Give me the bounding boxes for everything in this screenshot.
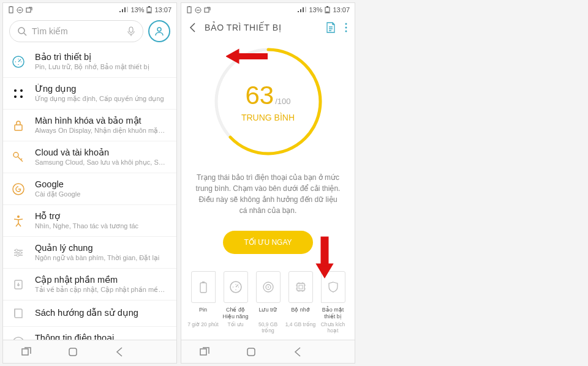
back-button[interactable] xyxy=(292,345,305,359)
score-label: TRUNG BÌNH xyxy=(241,113,295,122)
svg-rect-26 xyxy=(69,348,77,356)
key-icon xyxy=(12,151,25,164)
status-time: 13:07 xyxy=(333,6,350,13)
svg-point-35 xyxy=(345,23,347,25)
setting-subtitle: Tải về bản cập nhật, Cập nhật phần mềm t… xyxy=(35,286,167,294)
metric-shield[interactable]: Bảo mật thiết bị Chưa kích hoạt xyxy=(317,271,349,334)
battery-status-icon xyxy=(325,6,330,13)
setting-subtitle: Pin, Lưu trữ, Bộ nhớ, Bảo mật thiết bị xyxy=(35,63,167,71)
svg-rect-6 xyxy=(148,6,150,7)
description-text: Trạng thái bảo trì điện thoại của bạn ở … xyxy=(181,160,355,225)
setting-item-sliders[interactable]: Quản lý chung Ngôn ngữ và bàn phím, Thời… xyxy=(3,237,176,269)
svg-point-37 xyxy=(345,31,347,32)
setting-title: Sách hướng dẫn sử dụng xyxy=(35,308,167,318)
svg-rect-34 xyxy=(326,12,329,13)
battery-percent: 13% xyxy=(130,6,144,13)
score-ring-wrap: 63 /100 TRUNG BÌNH xyxy=(181,39,355,160)
svg-line-9 xyxy=(24,33,26,35)
nav-bar xyxy=(3,340,176,363)
setting-title: Bảo trì thiết bị xyxy=(35,52,167,62)
svg-point-21 xyxy=(15,249,18,252)
metrics-row: Pin 7 giờ 20 phút Chế độ Hiệu năng Tối ư… xyxy=(181,260,355,337)
setting-title: Màn hình khóa và bảo mật xyxy=(35,116,167,125)
svg-point-13 xyxy=(14,89,17,92)
svg-point-36 xyxy=(345,27,347,29)
svg-rect-0 xyxy=(9,7,13,13)
target-icon xyxy=(256,271,281,303)
metric-label: Pin xyxy=(187,307,219,320)
shield-icon xyxy=(321,271,345,303)
setting-item-google[interactable]: Google Cài đặt Google xyxy=(3,173,176,205)
document-icon[interactable] xyxy=(325,21,336,34)
back-icon[interactable] xyxy=(189,22,196,33)
setting-item-key[interactable]: Cloud và tài khoản Samsung Cloud, Sao lư… xyxy=(3,141,176,173)
metric-target[interactable]: Lưu trữ 50,9 GB trống xyxy=(252,271,284,334)
metric-label: Lưu trữ xyxy=(252,307,284,320)
status-bar: 13% 13:07 xyxy=(181,3,355,17)
metric-label: Bảo mật thiết bị xyxy=(317,307,349,320)
battery-percent: 13% xyxy=(309,6,322,13)
accessibility-icon xyxy=(12,214,25,228)
status-bar: 13% 13:07 xyxy=(3,3,176,17)
svg-point-45 xyxy=(268,286,269,288)
person-icon xyxy=(154,26,165,37)
gauge-icon xyxy=(12,55,25,69)
optimize-button[interactable]: TỐI ƯU NGAY xyxy=(223,231,312,254)
svg-point-18 xyxy=(13,152,18,157)
external-icon xyxy=(26,7,32,13)
external-icon xyxy=(204,7,211,13)
recent-button[interactable] xyxy=(20,345,33,359)
nav-bar xyxy=(181,340,355,363)
profile-button[interactable] xyxy=(148,20,170,42)
metric-battery[interactable]: Pin 7 giờ 20 phút xyxy=(187,271,219,334)
metric-sub: 50,9 GB trống xyxy=(252,321,284,334)
setting-title: Cloud và tài khoản xyxy=(35,148,167,157)
update-icon xyxy=(12,278,25,291)
svg-point-15 xyxy=(14,95,17,98)
svg-point-20 xyxy=(17,215,20,218)
more-icon[interactable] xyxy=(345,22,347,33)
setting-item-grid[interactable]: Ứng dụng Ứng dụng mặc định, Cấp quyền ứn… xyxy=(3,78,176,110)
setting-subtitle: Ứng dụng mặc định, Cấp quyền ứng dụng xyxy=(35,95,167,103)
do-not-disturb-icon xyxy=(17,7,23,13)
recent-button[interactable] xyxy=(198,345,211,359)
svg-rect-4 xyxy=(26,8,31,12)
page-title: BẢO TRÌ THIẾT BỊ xyxy=(205,23,317,32)
setting-subtitle: Samsung Cloud, Sao lưu và khôi phục, Sma… xyxy=(35,159,167,166)
home-button[interactable] xyxy=(244,345,258,359)
setting-title: Google xyxy=(35,179,167,189)
setting-item-book[interactable]: Sách hướng dẫn sử dụng xyxy=(3,301,176,327)
setting-item-update[interactable]: Cập nhật phần mềm Tải về bản cập nhật, C… xyxy=(3,269,176,301)
svg-rect-48 xyxy=(247,348,255,356)
svg-rect-31 xyxy=(205,8,209,12)
metric-gauge[interactable]: Chế độ Hiệu năng Tối ưu xyxy=(220,271,251,334)
svg-rect-1 xyxy=(10,6,12,7)
settings-list[interactable]: Bảo trì thiết bị Pin, Lưu trữ, Bộ nhớ, B… xyxy=(3,46,176,354)
setting-item-lock[interactable]: Màn hình khóa và bảo mật Always On Displ… xyxy=(3,110,176,141)
mic-icon[interactable] xyxy=(127,26,135,36)
svg-point-23 xyxy=(17,254,19,256)
sliders-icon xyxy=(12,246,25,260)
svg-rect-33 xyxy=(326,6,328,7)
setting-title: Quản lý chung xyxy=(35,243,167,253)
svg-point-22 xyxy=(19,252,21,254)
setting-item-accessibility[interactable]: Hỗ trợ Nhìn, Nghe, Thao tác và tương tác xyxy=(3,205,176,237)
search-wrap: Tìm kiếm xyxy=(3,17,176,46)
svg-rect-7 xyxy=(148,12,151,13)
phone-maintenance: 13% 13:07 BẢO TRÌ THIẾT BỊ 63 /100 xyxy=(181,2,355,364)
metric-chip[interactable]: Bộ nhớ 1,4 GB trống xyxy=(285,271,316,334)
setting-title: Hỗ trợ xyxy=(35,211,167,221)
metric-label: Chế độ Hiệu năng xyxy=(220,307,251,320)
setting-subtitle: Always On Display, Nhận diện khuôn mặt, … xyxy=(35,127,167,135)
score-max: /100 xyxy=(275,97,290,106)
chip-icon xyxy=(288,271,313,303)
search-box[interactable]: Tìm kiếm xyxy=(9,20,143,42)
metric-sub: Tối ưu xyxy=(220,321,251,327)
setting-item-gauge[interactable]: Bảo trì thiết bị Pin, Lưu trữ, Bộ nhớ, B… xyxy=(3,46,176,78)
back-button[interactable] xyxy=(113,345,127,359)
home-button[interactable] xyxy=(66,345,80,359)
svg-point-16 xyxy=(20,95,23,98)
setting-subtitle: Cài đặt Google xyxy=(35,190,167,198)
svg-rect-46 xyxy=(297,283,304,291)
metric-sub: 7 giờ 20 phút xyxy=(187,321,219,327)
